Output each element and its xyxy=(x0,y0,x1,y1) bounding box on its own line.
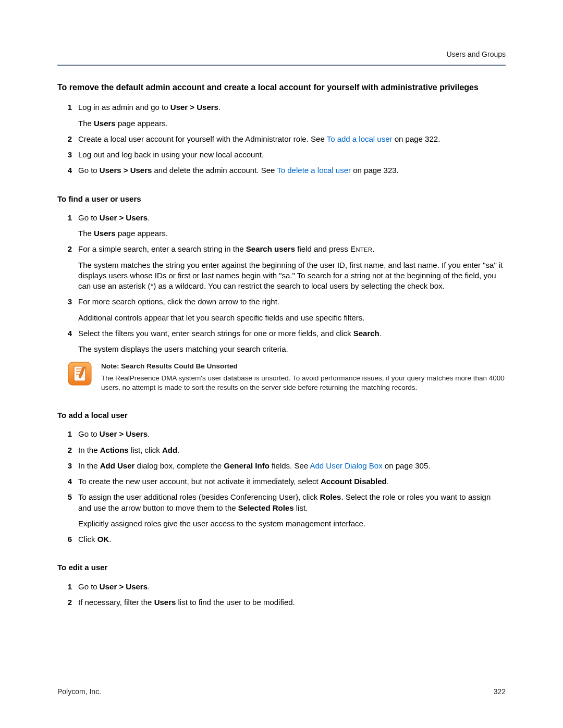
step-body: To assign the user additional roles (bes… xyxy=(78,492,506,529)
step-number: 3 xyxy=(57,297,78,307)
step-body: Log out and log back in using your new l… xyxy=(78,150,506,160)
step-number: 3 xyxy=(57,150,78,160)
step-number: 2 xyxy=(57,244,78,254)
section-title-find-user: To find a user or users xyxy=(57,194,506,204)
step-number: 1 xyxy=(57,582,78,592)
step-body: If necessary, filter the Users list to f… xyxy=(78,597,506,608)
note-icon xyxy=(68,362,93,386)
step-number: 4 xyxy=(57,165,78,176)
section-title-remove-admin: To remove the default admin account and … xyxy=(57,82,506,93)
step-body: Go to User > Users. The Users page appea… xyxy=(78,213,506,239)
step-body: For a simple search, enter a search stri… xyxy=(78,244,506,291)
page-footer: Polycom, Inc. 322 xyxy=(57,687,506,697)
step-body: For more search options, click the down … xyxy=(78,297,506,323)
header-section-label: Users and Groups xyxy=(57,50,506,59)
document-page: Users and Groups To remove the default a… xyxy=(0,0,563,728)
step-number: 4 xyxy=(57,328,78,339)
step-number: 1 xyxy=(57,429,78,439)
step-number: 3 xyxy=(57,461,78,471)
step-number: 2 xyxy=(57,597,78,608)
step-number: 6 xyxy=(57,534,78,545)
step-number: 1 xyxy=(57,102,78,113)
header-divider xyxy=(57,65,506,66)
step-body: Select the filters you want, enter searc… xyxy=(78,328,506,355)
step-number: 5 xyxy=(57,492,78,502)
step-body: In the Actions list, click Add. xyxy=(78,445,506,455)
step-body: Log in as admin and go to User > Users. … xyxy=(78,102,506,129)
step-body: Go to Users > Users and delete the admin… xyxy=(78,165,506,176)
step-body: Create a local user account for yourself… xyxy=(78,134,506,144)
link-add-user-dialog-box[interactable]: Add User Dialog Box xyxy=(310,461,382,470)
step-number: 2 xyxy=(57,134,78,144)
section-title-add-local-user: To add a local user xyxy=(57,410,506,421)
step-body: In the Add User dialog box, complete the… xyxy=(78,461,506,471)
note-text: Note: Search Results Could Be Unsorted T… xyxy=(101,362,506,392)
step-number: 4 xyxy=(57,476,78,487)
steps-remove-admin: 1 Log in as admin and go to User > Users… xyxy=(57,102,506,176)
note-body: The RealPresence DMA system's user datab… xyxy=(101,374,505,391)
link-to-delete-local-user[interactable]: To delete a local user xyxy=(277,166,351,175)
note-block: Note: Search Results Could Be Unsorted T… xyxy=(57,362,506,392)
note-title: Note: Search Results Could Be Unsorted xyxy=(101,362,506,371)
footer-company: Polycom, Inc. xyxy=(57,687,101,697)
step-body: Go to User > Users. xyxy=(78,582,506,592)
step-body: Click OK. xyxy=(78,534,506,545)
step-number: 1 xyxy=(57,213,78,223)
steps-add-local-user: 1 Go to User > Users. 2 In the Actions l… xyxy=(57,429,506,545)
step-body: To create the new user account, but not … xyxy=(78,476,506,487)
footer-page-number: 322 xyxy=(494,687,506,697)
section-title-edit-user: To edit a user xyxy=(57,562,506,573)
step-body: Go to User > Users. xyxy=(78,429,506,439)
link-to-add-local-user[interactable]: To add a local user xyxy=(327,134,393,143)
step-number: 2 xyxy=(57,445,78,455)
steps-edit-user: 1 Go to User > Users. 2 If necessary, fi… xyxy=(57,582,506,608)
steps-find-user: 1 Go to User > Users. The Users page app… xyxy=(57,213,506,355)
